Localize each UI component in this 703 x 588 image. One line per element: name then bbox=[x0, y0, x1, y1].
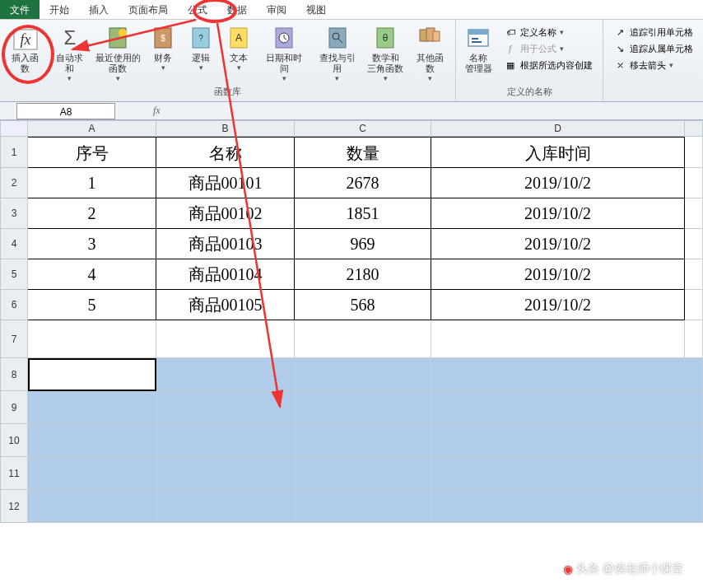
cell[interactable] bbox=[156, 424, 295, 457]
row-header-6[interactable]: 6 bbox=[0, 290, 28, 320]
select-all-corner[interactable] bbox=[0, 120, 28, 137]
create-from-selection-button[interactable]: ▦根据所选内容创建 bbox=[502, 58, 594, 72]
remove-arrows-button[interactable]: ⤫移去箭头 bbox=[612, 58, 695, 72]
row-header-12[interactable]: 12 bbox=[0, 490, 28, 523]
cell[interactable]: 2019/10/2 bbox=[431, 290, 685, 320]
cell[interactable] bbox=[431, 358, 685, 391]
row-header-2[interactable]: 2 bbox=[0, 168, 28, 198]
cell[interactable]: 2180 bbox=[295, 259, 431, 290]
lookup-button[interactable]: 查找与引用 bbox=[313, 23, 362, 84]
financial-button[interactable]: $ 财务 bbox=[146, 23, 180, 84]
cell[interactable] bbox=[156, 320, 295, 358]
row-header-11[interactable]: 11 bbox=[0, 457, 28, 490]
cell[interactable]: 969 bbox=[295, 229, 431, 259]
cell[interactable] bbox=[28, 490, 156, 523]
row-header-9[interactable]: 9 bbox=[0, 391, 28, 424]
row-header-1[interactable]: 1 bbox=[0, 137, 28, 168]
cell[interactable]: 2019/10/2 bbox=[431, 229, 685, 259]
math-button[interactable]: θ 数学和 三角函数 bbox=[365, 23, 407, 84]
column-header-A[interactable]: A bbox=[28, 120, 156, 137]
tab-开始[interactable]: 开始 bbox=[40, 0, 79, 19]
cell[interactable] bbox=[431, 391, 685, 424]
cell[interactable]: 3 bbox=[28, 229, 156, 259]
cell[interactable]: 序号 bbox=[28, 137, 156, 168]
cell[interactable]: 568 bbox=[295, 290, 431, 320]
insert-function-button[interactable]: fx 插入函数 bbox=[5, 23, 46, 84]
cell[interactable]: 2019/10/2 bbox=[431, 168, 685, 198]
cell[interactable] bbox=[431, 424, 685, 457]
cell[interactable] bbox=[685, 229, 703, 259]
cell[interactable]: 4 bbox=[28, 259, 156, 290]
cell[interactable] bbox=[685, 259, 703, 290]
trace-dependents-button[interactable]: ↘追踪从属单元格 bbox=[612, 41, 695, 56]
recent-functions-button[interactable]: 最近使用的 函数 bbox=[93, 23, 142, 84]
cell[interactable] bbox=[28, 424, 156, 457]
logical-button[interactable]: ? 逻辑 bbox=[184, 23, 218, 84]
row-header-5[interactable]: 5 bbox=[0, 259, 28, 290]
cell[interactable] bbox=[28, 391, 156, 424]
cell[interactable]: 数量 bbox=[295, 137, 431, 168]
cell[interactable] bbox=[431, 457, 685, 490]
cell[interactable] bbox=[295, 358, 431, 391]
cell[interactable] bbox=[156, 490, 295, 523]
column-header-B[interactable]: B bbox=[156, 120, 295, 137]
trace-precedents-button[interactable]: ↗追踪引用单元格 bbox=[612, 25, 695, 40]
define-name-button[interactable]: 🏷定义名称 bbox=[502, 25, 594, 40]
tab-审阅[interactable]: 审阅 bbox=[257, 0, 296, 19]
other-functions-button[interactable]: 其他函数 bbox=[409, 23, 450, 84]
row-header-3[interactable]: 3 bbox=[0, 198, 28, 229]
datetime-button[interactable]: 日期和时间 bbox=[259, 23, 309, 84]
cell[interactable]: 商品00104 bbox=[156, 259, 295, 290]
cell[interactable] bbox=[431, 320, 685, 358]
cell[interactable] bbox=[685, 320, 703, 358]
cell[interactable]: 2019/10/2 bbox=[431, 259, 685, 290]
tab-数据[interactable]: 数据 bbox=[217, 0, 257, 19]
cell[interactable] bbox=[685, 168, 703, 198]
cell[interactable]: 2019/10/2 bbox=[431, 198, 685, 229]
fx-label[interactable]: fx bbox=[120, 105, 210, 117]
cell[interactable] bbox=[295, 391, 431, 424]
cell[interactable] bbox=[28, 320, 156, 358]
row-header-8[interactable]: 8 bbox=[0, 358, 28, 391]
row-header-10[interactable]: 10 bbox=[0, 424, 28, 457]
cell[interactable] bbox=[685, 490, 703, 523]
cell[interactable] bbox=[156, 358, 295, 391]
cell[interactable]: 1851 bbox=[295, 198, 431, 229]
cell[interactable]: 2678 bbox=[295, 168, 431, 198]
tab-公式[interactable]: 公式 bbox=[178, 0, 217, 19]
cell[interactable] bbox=[156, 391, 295, 424]
cell[interactable] bbox=[295, 320, 431, 358]
tab-文件[interactable]: 文件 bbox=[0, 0, 40, 19]
text-button[interactable]: A 文本 bbox=[221, 23, 256, 84]
cell[interactable] bbox=[685, 137, 703, 168]
cell[interactable]: 2 bbox=[28, 198, 156, 229]
cell[interactable] bbox=[685, 391, 703, 424]
column-header-[interactable] bbox=[685, 120, 703, 137]
cell[interactable]: 商品00103 bbox=[156, 229, 295, 259]
cell[interactable] bbox=[685, 290, 703, 320]
cell[interactable]: 5 bbox=[28, 290, 156, 320]
cell[interactable] bbox=[431, 490, 685, 523]
cell[interactable] bbox=[156, 457, 295, 490]
cell[interactable] bbox=[295, 457, 431, 490]
row-header-7[interactable]: 7 bbox=[0, 320, 28, 358]
use-in-formula-button[interactable]: ƒ用于公式 bbox=[502, 41, 594, 56]
cell[interactable]: 商品00105 bbox=[156, 290, 295, 320]
cell[interactable] bbox=[28, 457, 156, 490]
tab-页面布局[interactable]: 页面布局 bbox=[119, 0, 178, 19]
autosum-button[interactable]: Σ 自动求和 bbox=[49, 23, 91, 84]
name-manager-button[interactable]: 名称 管理器 bbox=[461, 23, 496, 76]
column-header-C[interactable]: C bbox=[295, 120, 431, 137]
tab-插入[interactable]: 插入 bbox=[79, 0, 119, 19]
cell[interactable] bbox=[295, 424, 431, 457]
row-header-4[interactable]: 4 bbox=[0, 229, 28, 259]
cell[interactable]: 入库时间 bbox=[431, 137, 685, 168]
cell[interactable]: 商品00101 bbox=[156, 168, 295, 198]
cell[interactable] bbox=[28, 358, 156, 391]
cell[interactable] bbox=[685, 198, 703, 229]
tab-视图[interactable]: 视图 bbox=[296, 0, 336, 19]
name-box[interactable]: A8 bbox=[16, 103, 115, 119]
cell[interactable] bbox=[685, 424, 703, 457]
column-header-D[interactable]: D bbox=[431, 120, 685, 137]
cell[interactable] bbox=[685, 358, 703, 391]
